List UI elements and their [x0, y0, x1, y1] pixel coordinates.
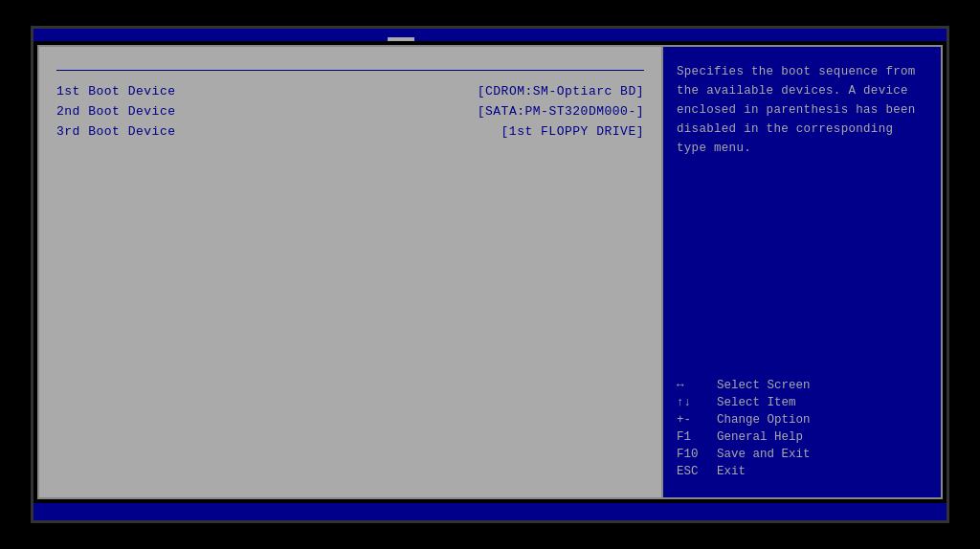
boot-device-label: 2nd Boot Device	[56, 104, 210, 119]
boot-device-row[interactable]: 3rd Boot Device[1st FLOPPY DRIVE]	[56, 124, 644, 139]
boot-tab[interactable]	[388, 37, 414, 41]
key-row: +-Change Option	[677, 413, 927, 427]
key-symbol: +-	[677, 413, 717, 427]
key-description: General Help	[717, 430, 803, 444]
key-symbol: ESC	[677, 465, 717, 478]
key-symbol: F10	[677, 448, 717, 461]
boot-device-value: [1st FLOPPY DRIVE]	[501, 124, 644, 139]
right-panel: Specifies the boot sequence from the ava…	[663, 47, 941, 497]
boot-device-label: 1st Boot Device	[56, 84, 210, 99]
key-description: Select Item	[717, 396, 796, 409]
key-symbol: ↔	[677, 379, 717, 392]
bios-title	[33, 29, 947, 37]
bios-screen: 1st Boot Device[CDROM:SM-Optiarc BD]2nd …	[31, 26, 949, 523]
boot-device-value: [SATA:PM-ST320DM000-]	[478, 104, 644, 119]
boot-device-row[interactable]: 1st Boot Device[CDROM:SM-Optiarc BD]	[56, 84, 644, 99]
boot-items-list: 1st Boot Device[CDROM:SM-Optiarc BD]2nd …	[56, 84, 644, 139]
key-description: Exit	[717, 465, 746, 478]
left-panel: 1st Boot Device[CDROM:SM-Optiarc BD]2nd …	[39, 47, 663, 497]
help-text: Specifies the boot sequence from the ava…	[677, 62, 927, 158]
bottom-bar	[33, 503, 947, 520]
main-area: 1st Boot Device[CDROM:SM-Optiarc BD]2nd …	[37, 45, 943, 499]
key-symbol: ↑↓	[677, 396, 717, 409]
key-description: Save and Exit	[717, 448, 811, 461]
key-row: F1General Help	[677, 430, 927, 444]
key-symbol: F1	[677, 430, 717, 444]
key-row: ↔Select Screen	[677, 379, 927, 392]
tab-bar	[33, 37, 947, 41]
key-description: Change Option	[717, 413, 811, 427]
key-row: ESCExit	[677, 465, 927, 478]
divider	[56, 70, 644, 71]
key-legend: ↔Select Screen↑↓Select Item+-Change Opti…	[677, 379, 927, 482]
boot-device-label: 3rd Boot Device	[56, 124, 210, 139]
key-row: F10Save and Exit	[677, 448, 927, 461]
key-row: ↑↓Select Item	[677, 396, 927, 409]
key-description: Select Screen	[717, 379, 811, 392]
boot-device-row[interactable]: 2nd Boot Device[SATA:PM-ST320DM000-]	[56, 104, 644, 119]
boot-device-value: [CDROM:SM-Optiarc BD]	[478, 84, 644, 99]
